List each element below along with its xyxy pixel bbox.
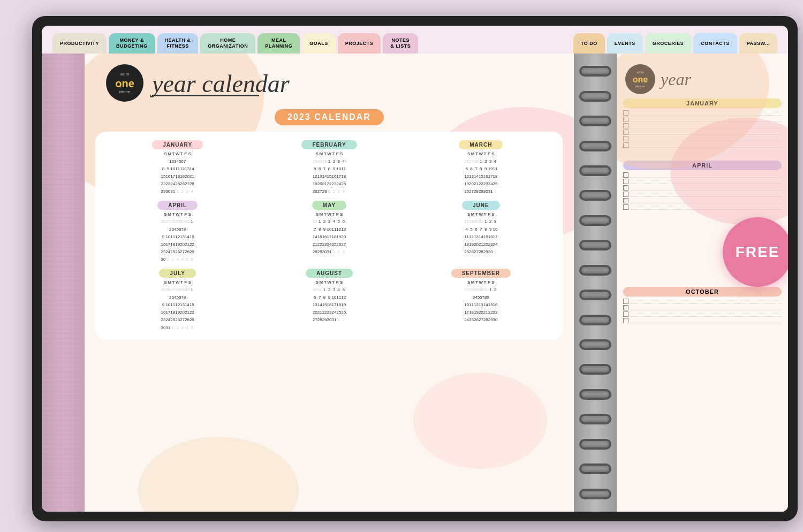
day-cell: 14 [185, 233, 190, 240]
day-cell: 1 [336, 316, 341, 324]
tab-events[interactable]: EVENTS [607, 33, 643, 54]
day-cell: 2 [327, 286, 332, 293]
checkbox[interactable] [623, 110, 628, 116]
checkbox[interactable] [623, 305, 628, 310]
day-cell: 23 [331, 180, 336, 188]
day-cell: 3 [336, 188, 341, 195]
day-cell: 29 [175, 218, 180, 225]
checkbox[interactable] [623, 172, 628, 178]
checklist-item [623, 136, 782, 141]
day-cell: 1 [190, 218, 194, 225]
day-header: W [479, 151, 483, 156]
checkbox[interactable] [623, 123, 628, 128]
day-cell: 30 [161, 324, 165, 331]
day-cell: 12 [464, 172, 469, 180]
day-cell: 16 [322, 233, 327, 240]
day-row: 2930311234 [161, 188, 194, 195]
day-cell: 5 [469, 225, 474, 233]
month-title-january: JANUARY [152, 140, 203, 149]
day-cell: 22 [317, 241, 322, 248]
day-cell: 17 [165, 309, 170, 316]
day-cell: 21 [185, 309, 190, 316]
checkbox[interactable] [623, 318, 628, 323]
tab-password[interactable]: PASSW... [739, 33, 777, 54]
day-cell: 31 [479, 218, 483, 225]
day-cell: 26 [165, 286, 170, 293]
day-row: 2345678 [169, 293, 186, 301]
day-cell: 18 [464, 241, 469, 248]
day-cell: 12 [180, 165, 185, 172]
day-cell: 14 [474, 172, 479, 180]
day-cell: 28 [474, 188, 479, 195]
day-cell: 19 [469, 241, 474, 248]
tab-money[interactable]: MONEY &BUDGETING [109, 33, 155, 54]
day-header: S [467, 280, 471, 285]
checkbox[interactable] [623, 311, 628, 317]
day-header: T [475, 151, 479, 156]
day-cell: 30 [313, 218, 317, 225]
tab-goals[interactable]: GOALS [302, 33, 336, 54]
checkbox[interactable] [623, 136, 628, 141]
tab-groceries[interactable]: GROCERIES [645, 33, 692, 54]
checkbox[interactable] [623, 185, 628, 191]
checkbox[interactable] [623, 117, 628, 122]
spine-ring [579, 240, 611, 250]
checkbox[interactable] [623, 299, 628, 304]
day-cell: 30 [493, 316, 498, 324]
day-cell: 15 [317, 233, 322, 240]
checklist-item [623, 117, 782, 122]
day-cell: 3 [180, 324, 185, 331]
tab-todo[interactable]: TO DO [573, 33, 605, 54]
tab-projects[interactable]: PROJECTS [338, 33, 381, 54]
day-cell: 22 [190, 309, 194, 316]
logo-circle-left: all in one planner [106, 64, 143, 102]
day-cell: 3 [341, 248, 346, 256]
day-cell: 31 [185, 218, 190, 225]
day-cell: 12 [474, 301, 479, 308]
day-cell: 24 [327, 241, 332, 248]
spine-ring [579, 91, 611, 102]
day-header: T [331, 212, 336, 217]
checkbox[interactable] [623, 130, 628, 135]
day-cell: 15 [488, 301, 493, 308]
day-cell: 25 [341, 180, 346, 188]
day-header: F [335, 212, 339, 217]
day-header: S [339, 212, 344, 217]
day-cell: 18 [493, 172, 498, 180]
day-cell: 19 [180, 172, 185, 180]
day-cell: 16 [483, 172, 488, 180]
checkbox[interactable] [623, 192, 628, 197]
tab-productivity[interactable]: PRODUCTIVITY [52, 33, 107, 54]
tab-home[interactable]: HOMEORGANIZATION [200, 33, 255, 54]
day-cell: 30 [313, 286, 317, 293]
day-cell: 27 [185, 180, 190, 188]
day-cell: 31 [165, 324, 170, 331]
day-cell: 8 [317, 225, 322, 233]
tab-contacts[interactable]: CONTACTS [693, 33, 737, 54]
checkbox[interactable] [623, 142, 628, 148]
checkbox[interactable] [623, 198, 628, 203]
day-cell: 8 [184, 293, 186, 301]
checklist-line [631, 117, 782, 122]
checklist-item [623, 198, 782, 203]
day-row: 14151617181920 [313, 233, 346, 240]
checkbox[interactable] [623, 179, 628, 184]
day-cell: 25 [336, 309, 341, 316]
day-cell: 23 [327, 309, 332, 316]
day-cell: 7 [479, 225, 483, 233]
month-title-april: APRIL [157, 201, 198, 210]
tab-health[interactable]: HEALTH &FITNESS [157, 33, 199, 54]
day-cell: 23 [483, 180, 488, 188]
day-cell: 9 [165, 165, 170, 172]
day-cell: 23 [488, 241, 493, 248]
checklist-october-items [623, 299, 782, 323]
day-cell: 9 [327, 293, 332, 301]
day-cell: 26 [180, 180, 185, 188]
tab-notes[interactable]: NOTES& LISTS [383, 33, 418, 54]
tab-meal[interactable]: MEALPLANNING [257, 33, 300, 54]
day-cell: 11 [464, 233, 469, 240]
day-cell: 29 [180, 286, 185, 293]
checkbox[interactable] [623, 204, 628, 210]
day-cell: 15 [190, 301, 194, 308]
day-cell: 22 [488, 309, 493, 316]
